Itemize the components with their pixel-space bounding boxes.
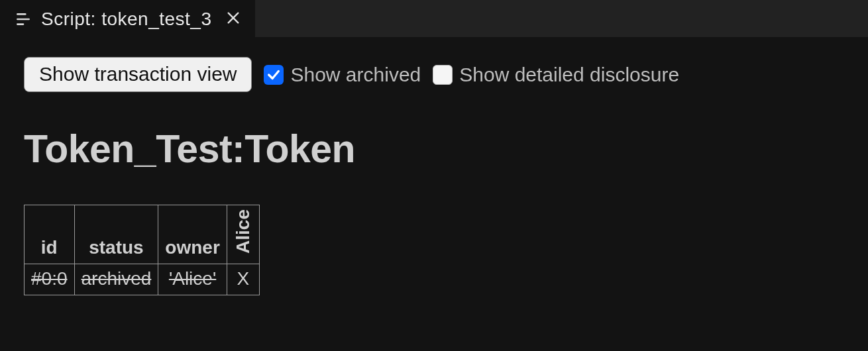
cell-status: archived <box>74 264 158 295</box>
tab-bar: Script: token_test_3 <box>0 0 868 37</box>
tab-title: Script: token_test_3 <box>41 9 211 30</box>
cell-party-alice: X <box>227 264 259 295</box>
active-tab[interactable]: Script: token_test_3 <box>0 0 255 37</box>
table-header-row: id status owner Alice <box>25 205 260 264</box>
show-archived-checkbox[interactable]: Show archived <box>264 64 421 86</box>
close-icon[interactable] <box>221 11 246 28</box>
content-area: Show transaction view Show archived Show… <box>0 37 868 351</box>
show-transaction-view-button[interactable]: Show transaction view <box>24 57 252 92</box>
col-party-alice: Alice <box>227 205 259 264</box>
col-party-alice-label: Alice <box>234 209 252 254</box>
cell-owner: 'Alice' <box>158 264 227 295</box>
contracts-table: id status owner Alice #0:0 archived 'Ali… <box>24 205 260 295</box>
col-status: status <box>74 205 158 264</box>
tab-bar-empty <box>255 0 868 37</box>
show-archived-label: Show archived <box>290 64 421 86</box>
table-row: #0:0 archived 'Alice' X <box>25 264 260 295</box>
checkbox-checked-icon <box>264 65 284 85</box>
controls-row: Show transaction view Show archived Show… <box>24 57 844 92</box>
script-icon <box>15 11 32 28</box>
show-detailed-disclosure-checkbox[interactable]: Show detailed disclosure <box>433 64 679 86</box>
cell-id: #0:0 <box>25 264 75 295</box>
show-detailed-disclosure-label: Show detailed disclosure <box>459 64 679 86</box>
page-title: Token_Test:Token <box>24 126 844 172</box>
col-id: id <box>25 205 75 264</box>
col-owner: owner <box>158 205 227 264</box>
checkbox-unchecked-icon <box>433 65 453 85</box>
